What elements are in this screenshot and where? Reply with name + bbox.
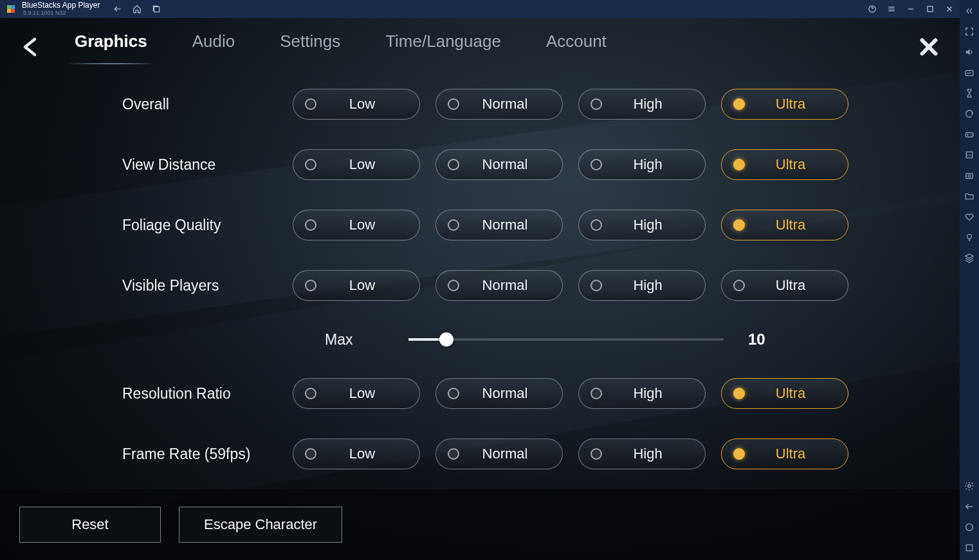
tab-time-language[interactable]: Time/Language	[385, 32, 501, 63]
setting-label: Frame Rate (59fps)	[122, 446, 293, 463]
setting-label: Foliage Quality	[122, 217, 293, 234]
svg-point-2	[872, 10, 872, 11]
reset-button[interactable]: Reset	[19, 507, 161, 543]
option-low[interactable]: Low	[293, 149, 420, 180]
setting-row-frame-rate-fps-: Frame Rate (59fps)LowNormalHighUltra	[122, 438, 921, 469]
side-back-icon[interactable]	[964, 501, 975, 512]
option-ultra[interactable]: Ultra	[721, 89, 848, 120]
option-label: Normal	[448, 446, 562, 462]
setting-label: View Distance	[122, 156, 293, 174]
option-high[interactable]: High	[578, 438, 706, 469]
folder-icon[interactable]	[964, 190, 975, 202]
nav-home-icon[interactable]	[132, 4, 142, 14]
option-normal[interactable]: Normal	[435, 210, 563, 240]
window-close-icon[interactable]	[944, 4, 955, 14]
nav-back-icon[interactable]	[113, 4, 123, 14]
option-low[interactable]: Low	[293, 89, 420, 120]
option-low[interactable]: Low	[293, 438, 420, 469]
option-ultra[interactable]: Ultra	[721, 270, 848, 301]
collapse-icon[interactable]	[964, 5, 975, 17]
option-label: Normal	[448, 156, 562, 173]
setting-label: Resolution Ratio	[122, 385, 293, 402]
option-normal[interactable]: Normal	[435, 149, 563, 180]
option-label: Low	[305, 156, 419, 173]
tab-graphics[interactable]: Graphics	[75, 32, 147, 63]
option-label: High	[590, 96, 705, 113]
svg-rect-10	[966, 174, 973, 179]
apk-icon[interactable]: APK	[964, 149, 975, 161]
bottom-bar: Reset Escape Character	[0, 489, 960, 560]
option-high[interactable]: High	[578, 270, 706, 301]
option-label: Ultra	[733, 96, 848, 113]
sync-icon[interactable]	[964, 108, 975, 120]
option-low[interactable]: Low	[293, 270, 420, 301]
svg-rect-0	[154, 7, 160, 12]
slider-thumb[interactable]	[439, 332, 453, 347]
option-label: Ultra	[733, 156, 848, 173]
tab-audio[interactable]: Audio	[192, 32, 235, 63]
keymap-icon[interactable]	[964, 67, 975, 78]
setting-row-foliage-quality: Foliage QualityLowNormalHighUltra	[122, 210, 921, 240]
screenshot-icon[interactable]	[964, 170, 975, 181]
setting-options: LowNormalHighUltra	[293, 210, 848, 240]
settings-header: GraphicsAudioSettingsTime/LanguageAccoun…	[0, 18, 960, 76]
option-low[interactable]: Low	[293, 378, 420, 409]
option-high[interactable]: High	[578, 149, 706, 180]
svg-rect-5	[965, 132, 973, 137]
option-ultra[interactable]: Ultra	[721, 438, 848, 469]
fullscreen-icon[interactable]	[964, 26, 975, 37]
setting-row-view-distance: View DistanceLowNormalHighUltra	[122, 149, 921, 180]
titlebar: BlueStacks App Player 5.9.11.1001 N32	[0, 0, 960, 18]
tab-settings[interactable]: Settings	[280, 32, 340, 63]
option-ultra[interactable]: Ultra	[721, 149, 848, 180]
game-area: GraphicsAudioSettingsTime/LanguageAccoun…	[0, 18, 960, 560]
slider-label: Max	[325, 331, 408, 348]
maximize-icon[interactable]	[925, 4, 935, 14]
back-arrow-icon[interactable]	[19, 35, 42, 59]
side-home-icon[interactable]	[964, 521, 975, 533]
option-label: Normal	[448, 96, 562, 113]
svg-point-7	[971, 135, 972, 136]
option-ultra[interactable]: Ultra	[721, 378, 848, 409]
hourglass-icon[interactable]	[964, 87, 975, 99]
controller-icon[interactable]	[964, 129, 975, 140]
option-normal[interactable]: Normal	[435, 438, 563, 469]
setting-row-resolution-ratio: Resolution RatioLowNormalHighUltra	[122, 378, 921, 409]
tab-account[interactable]: Account	[546, 32, 607, 63]
setting-options: LowNormalHighUltra	[293, 270, 848, 301]
close-icon[interactable]	[917, 35, 940, 59]
svg-point-12	[967, 234, 972, 239]
option-high[interactable]: High	[578, 378, 706, 409]
option-normal[interactable]: Normal	[435, 89, 563, 120]
option-high[interactable]: High	[578, 89, 706, 120]
svg-text:APK: APK	[967, 154, 972, 157]
heart-icon[interactable]	[964, 211, 975, 222]
option-label: High	[590, 277, 705, 294]
settings-icon[interactable]	[964, 480, 975, 492]
option-label: Low	[305, 446, 419, 462]
recent-icon[interactable]	[964, 542, 975, 554]
escape-character-button[interactable]: Escape Character	[179, 507, 342, 543]
option-label: Normal	[448, 217, 562, 233]
volume-icon[interactable]	[964, 46, 975, 58]
svg-point-13	[968, 485, 971, 487]
option-normal[interactable]: Normal	[435, 378, 563, 409]
setting-row-visible-players: Visible PlayersLowNormalHighUltra	[122, 270, 921, 301]
help-icon[interactable]	[867, 4, 877, 14]
settings-tabs: GraphicsAudioSettingsTime/LanguageAccoun…	[75, 32, 607, 63]
bulb-icon[interactable]	[964, 231, 975, 243]
option-ultra[interactable]: Ultra	[721, 210, 848, 240]
setting-options: LowNormalHighUltra	[293, 438, 848, 469]
app-logo	[5, 3, 17, 15]
minimize-icon[interactable]	[906, 4, 916, 14]
option-high[interactable]: High	[578, 210, 706, 240]
option-low[interactable]: Low	[293, 210, 420, 240]
nav-tabs-icon[interactable]	[151, 4, 161, 14]
option-label: Normal	[448, 385, 562, 402]
setting-options: LowNormalHighUltra	[293, 149, 848, 180]
option-label: Ultra	[733, 217, 848, 233]
option-normal[interactable]: Normal	[435, 270, 563, 301]
layers-icon[interactable]	[964, 252, 975, 264]
slider-track[interactable]	[408, 338, 724, 341]
menu-icon[interactable]	[886, 4, 897, 14]
